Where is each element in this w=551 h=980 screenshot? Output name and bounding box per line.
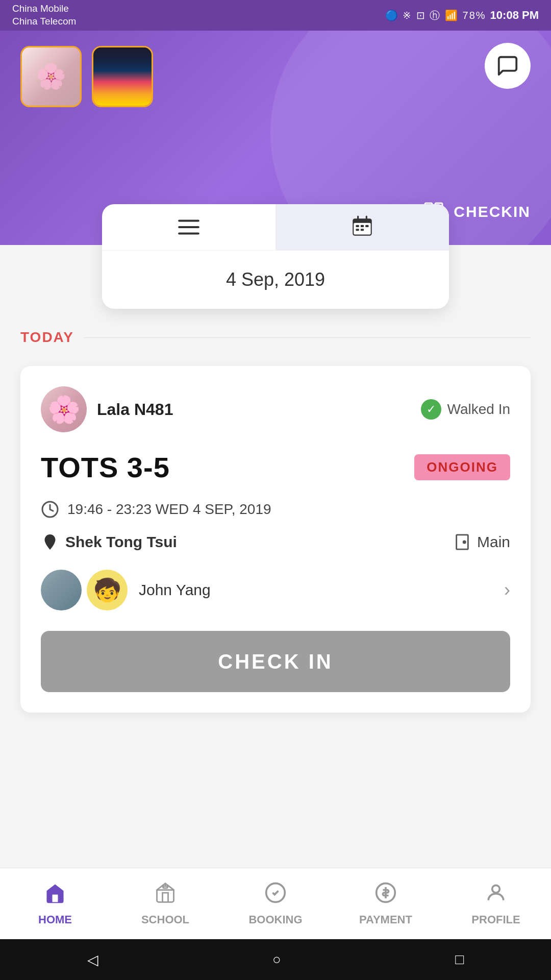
nav-item-school[interactable]: SCHOOL bbox=[124, 881, 206, 926]
svg-rect-12 bbox=[356, 225, 359, 227]
student-avatar: 🌸 bbox=[41, 386, 87, 432]
recent-apps-button[interactable]: □ bbox=[455, 951, 464, 968]
nav-item-profile[interactable]: PROFILE bbox=[455, 881, 537, 926]
nav-item-booking[interactable]: BOOKING bbox=[235, 881, 316, 926]
date-picker-tabs bbox=[102, 204, 449, 251]
today-label: TODAY bbox=[20, 329, 531, 346]
calendar-icon bbox=[349, 214, 375, 240]
student-row: 🌸 Lala N481 ✓ Walked In bbox=[41, 386, 510, 432]
back-button[interactable]: ◁ bbox=[87, 951, 98, 968]
checkin-button[interactable]: CHECK IN bbox=[41, 631, 510, 692]
svg-rect-24 bbox=[53, 894, 58, 902]
payment-icon bbox=[374, 881, 397, 909]
location-icon bbox=[41, 533, 59, 551]
date-picker-card: 4 Sep, 2019 bbox=[102, 204, 449, 309]
student-name: Lala N481 bbox=[97, 400, 173, 419]
carrier-info: China Mobile China Telecom bbox=[12, 3, 76, 28]
selected-date: 4 Sep, 2019 bbox=[102, 251, 449, 309]
svg-rect-15 bbox=[356, 229, 359, 231]
time-range: 19:46 - 23:23 WED 4 SEP, 2019 bbox=[67, 501, 271, 518]
avatar-thumbnail-row: 🌸 bbox=[0, 31, 551, 107]
ongoing-badge: ONGOING bbox=[414, 454, 510, 480]
walked-in-status: ✓ Walked In bbox=[421, 399, 510, 420]
carrier1-label: China Mobile bbox=[12, 3, 76, 15]
svg-point-22 bbox=[463, 541, 465, 543]
clock: 10:08 PM bbox=[490, 9, 539, 22]
location-row: Shek Tong Tsui Main bbox=[41, 533, 510, 551]
calendar-view-tab[interactable] bbox=[276, 204, 449, 250]
location-name: Shek Tong Tsui bbox=[65, 533, 177, 551]
list-view-tab[interactable] bbox=[102, 204, 276, 250]
teachers-row[interactable]: 🧒 John Yang › bbox=[41, 570, 510, 610]
class-name-row: TOTS 3-5 ONGOING bbox=[41, 451, 510, 484]
svg-point-31 bbox=[492, 885, 500, 893]
checkin-header-label: CHECKIN bbox=[454, 203, 531, 220]
nav-item-payment[interactable]: PAYMENT bbox=[345, 881, 427, 926]
home-icon bbox=[44, 881, 66, 909]
carrier2-label: China Telecom bbox=[12, 15, 76, 28]
chevron-right-icon: › bbox=[504, 579, 510, 601]
svg-rect-13 bbox=[361, 225, 364, 227]
teacher-name: John Yang bbox=[139, 581, 504, 599]
room-info: Main bbox=[454, 533, 510, 551]
photo-thumb-1[interactable]: 🌸 bbox=[20, 46, 82, 107]
nav-item-home[interactable]: HOME bbox=[14, 881, 96, 926]
clock-icon bbox=[41, 500, 59, 519]
door-icon bbox=[454, 533, 471, 551]
booking-nav-label: BOOKING bbox=[248, 913, 302, 926]
walked-in-label: Walked In bbox=[447, 401, 510, 418]
teacher-avatar-2: 🧒 bbox=[87, 570, 128, 610]
profile-nav-label: PROFILE bbox=[471, 913, 520, 926]
chat-icon bbox=[496, 54, 519, 78]
time-row: 19:46 - 23:23 WED 4 SEP, 2019 bbox=[41, 500, 510, 519]
location-info: Shek Tong Tsui bbox=[41, 533, 177, 551]
school-icon bbox=[154, 881, 177, 909]
list-icon bbox=[176, 214, 202, 240]
home-button[interactable]: ○ bbox=[272, 951, 281, 968]
svg-rect-16 bbox=[361, 229, 364, 231]
android-nav-bar: ◁ ○ □ bbox=[0, 939, 551, 980]
svg-rect-14 bbox=[365, 225, 368, 227]
status-bar: China Mobile China Telecom 🔵 ※ ⊡ ⓗ 📶 78%… bbox=[0, 0, 551, 31]
today-section: TODAY bbox=[0, 309, 551, 356]
bottom-nav: HOME SCHOOL BOOKING bbox=[0, 868, 551, 939]
profile-icon bbox=[485, 881, 507, 909]
check-circle-icon: ✓ bbox=[421, 399, 441, 420]
status-icons: 🔵 ※ ⊡ ⓗ 📶 78% bbox=[385, 9, 486, 22]
home-nav-label: HOME bbox=[38, 913, 72, 926]
booking-icon bbox=[264, 881, 287, 909]
booking-card: 🌸 Lala N481 ✓ Walked In TOTS 3-5 ONGOING… bbox=[20, 366, 531, 713]
photo-thumb-2[interactable] bbox=[92, 46, 153, 107]
message-icon-button[interactable] bbox=[485, 43, 531, 89]
status-right: 🔵 ※ ⊡ ⓗ 📶 78% 10:08 PM bbox=[385, 9, 539, 22]
room-name: Main bbox=[477, 533, 510, 551]
class-name: TOTS 3-5 bbox=[41, 451, 170, 484]
teacher-avatar-1 bbox=[41, 570, 82, 610]
svg-rect-21 bbox=[457, 535, 468, 549]
payment-nav-label: PAYMENT bbox=[359, 913, 412, 926]
student-info: 🌸 Lala N481 bbox=[41, 386, 173, 432]
school-nav-label: SCHOOL bbox=[141, 913, 189, 926]
